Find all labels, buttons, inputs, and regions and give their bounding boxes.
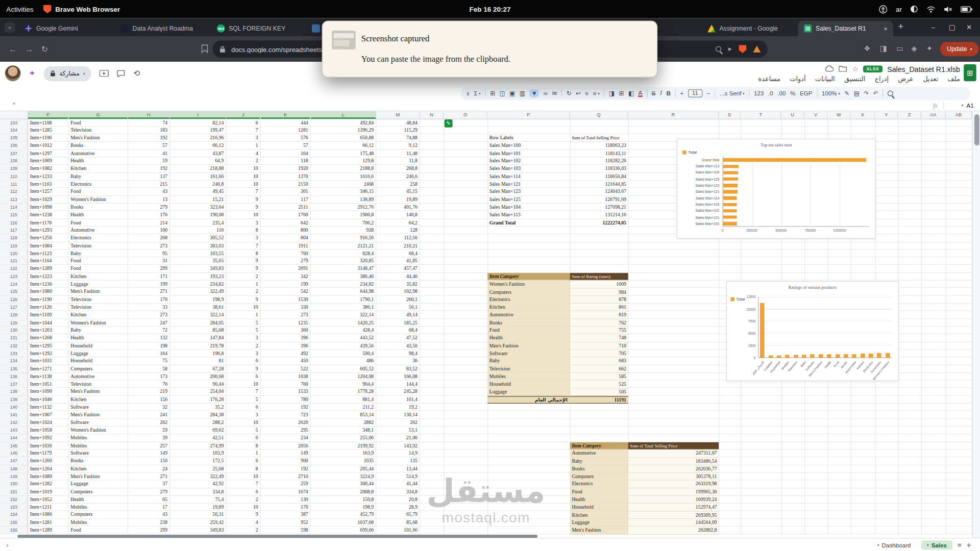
insert-chart-icon[interactable]: ▥ <box>520 90 525 96</box>
extensions-icon[interactable]: ❖ <box>864 44 870 53</box>
window-minimize-button[interactable]: – <box>931 22 935 32</box>
forward-button[interactable]: → <box>25 44 33 55</box>
spreadsheet-grid[interactable]: FGHIJKLMNOPQRSTUVWXYZAAAB 103Item+1108Fo… <box>0 111 972 535</box>
back-button[interactable]: ← <box>9 44 17 55</box>
zoom-box[interactable]: 100%▾ <box>822 90 840 96</box>
pivot-cell[interactable]: 525 <box>570 381 628 388</box>
italic-icon[interactable]: I <box>660 90 662 96</box>
search-tabs-icon[interactable] <box>716 46 722 52</box>
insert-link-icon[interactable]: ∞ <box>544 90 548 96</box>
pivot-cell[interactable]: Books <box>570 465 628 473</box>
pivot-cell[interactable]: Household <box>570 504 628 511</box>
new-tab-button[interactable]: + <box>898 20 904 31</box>
pivot-cell[interactable]: Luggage <box>487 388 570 396</box>
pivot-cell[interactable]: 1222274,05 <box>570 219 628 227</box>
merge-cells-icon[interactable]: ◨ <box>609 90 615 96</box>
browser-tab-sheets[interactable]: Sales_Dataset R1× <box>798 20 893 36</box>
browser-tab-roadmap[interactable]: Data Analyst Roadma <box>115 20 210 36</box>
pivot-cell[interactable]: Row Labels <box>487 134 570 142</box>
menu-item[interactable]: تعديل <box>923 75 938 83</box>
pivot-cell[interactable]: 160939,24 <box>628 496 719 504</box>
number-format-button[interactable]: 123 <box>754 90 764 96</box>
window-maximize-button[interactable]: ▢ <box>949 22 955 32</box>
pivot-cell[interactable]: 878 <box>570 296 628 304</box>
brave-shield-icon[interactable] <box>739 45 746 53</box>
pivot-cell[interactable]: 305378,11 <box>628 473 719 481</box>
share-button[interactable]: مشاركة ▾ <box>44 66 91 81</box>
url-text[interactable]: docs.google.com/spreadsheets/ <box>231 45 324 53</box>
pivot-cell[interactable]: Television <box>487 365 570 373</box>
insert-table-icon[interactable]: ⊞ <box>490 90 495 96</box>
pivot-cell[interactable]: 705 <box>570 350 628 358</box>
pivot-cell[interactable]: 762 <box>570 319 628 327</box>
pivot-cell[interactable]: Automotive <box>570 450 628 458</box>
pivot-cell[interactable]: 262036,77 <box>628 465 719 473</box>
pivot-cell[interactable]: Books <box>487 319 570 327</box>
font-size-decrease-icon[interactable]: − <box>707 90 710 96</box>
fill-color-icon[interactable]: ◧ <box>628 90 634 96</box>
keyboard-layout-indicator[interactable]: ar <box>896 5 902 13</box>
pivot-cell[interactable]: 127098,21 <box>570 204 628 211</box>
pivot-cell[interactable]: Food <box>570 488 628 496</box>
pivot-cell[interactable]: 505 <box>570 388 628 396</box>
pivot-cell[interactable]: Health <box>487 335 570 342</box>
all-sheets-menu-icon[interactable]: ≡ <box>958 541 962 548</box>
text-rotation-icon[interactable]: ↻ <box>567 90 572 96</box>
menu-item[interactable]: أدوات <box>790 75 805 83</box>
pivot-cell[interactable]: Sales Man+101 <box>487 150 570 158</box>
brave-rewards-icon[interactable] <box>753 45 761 52</box>
pivot-cell[interactable]: 118063,23 <box>570 142 628 149</box>
pivot-cell[interactable]: Food <box>487 327 570 335</box>
accessibility-icon[interactable] <box>879 5 888 13</box>
browser-tab-drive[interactable]: Assignment - Google <box>702 20 797 36</box>
pivot-cell[interactable]: 118143,11 <box>570 150 628 158</box>
expand-panel-icon[interactable]: › <box>6 541 8 548</box>
borders-icon[interactable]: ⊞ <box>619 90 624 96</box>
pivot-cell[interactable]: Grand Total <box>487 219 570 227</box>
pivot-cell[interactable]: Sales Man+104 <box>487 204 570 211</box>
window-close-button[interactable]: ✕ <box>966 22 972 32</box>
pivot-cell[interactable]: 152974,47 <box>628 504 719 511</box>
pivot-cell[interactable]: Sum of Total Selling Price <box>628 442 719 450</box>
pivot-cell[interactable]: 585 <box>570 373 628 381</box>
menu-item[interactable]: التنسيق <box>844 75 865 83</box>
horizontal-scrollbar[interactable] <box>17 535 537 538</box>
name-box[interactable]: ▾ A1 <box>962 102 974 109</box>
pivot-cell[interactable]: Item Category <box>487 273 570 281</box>
pivot-cell[interactable]: 819 <box>570 311 628 319</box>
pivot-cell[interactable]: Baby <box>487 358 570 365</box>
pivot-table-icon[interactable]: ◫ <box>500 90 505 96</box>
bookmarks-icon[interactable] <box>201 44 208 53</box>
pivot-cell[interactable]: Kitchen <box>570 511 628 519</box>
present-icon[interactable] <box>100 70 109 77</box>
horizontal-align-icon[interactable]: ≡▾ <box>593 90 600 96</box>
decimal-decrease-icon[interactable]: .0 <box>768 90 773 96</box>
document-title[interactable]: Sales_Dataset R1.xlsb <box>887 65 960 73</box>
redo-icon[interactable]: ↷ <box>864 90 869 96</box>
tab-search-icon[interactable]: ⌄ <box>5 22 15 33</box>
pivot-cell[interactable]: 710 <box>570 342 628 350</box>
update-button[interactable]: Update ▾ <box>940 42 979 56</box>
pivot-cell[interactable]: Sales Man+113 <box>487 211 570 219</box>
chart-ratings-of-products[interactable]: Ratings of various productsTotal02500500… <box>726 281 899 381</box>
undo-icon[interactable]: ↶ <box>873 90 878 96</box>
font-size-increase-icon[interactable]: + <box>680 90 683 96</box>
scrollbar-thumb[interactable] <box>974 114 979 145</box>
pivot-cell[interactable]: 1009 <box>570 281 628 288</box>
pivot-cell[interactable]: Sum of Total Selling Price <box>570 134 628 142</box>
pivot-cell[interactable]: 183486,54 <box>628 458 719 465</box>
pivot-cell[interactable]: 861 <box>570 304 628 311</box>
pivot-cell[interactable]: Sales Man+121 <box>487 181 570 188</box>
formula-bar[interactable]: ^ fx ▾ A1 <box>0 100 980 111</box>
pivot-cell[interactable]: 247311,07 <box>628 450 719 458</box>
text-color-icon[interactable]: A <box>638 90 642 97</box>
reload-button[interactable]: ↻ <box>41 44 48 55</box>
pivot-cell[interactable]: Sales Man+100 <box>487 142 570 149</box>
screenshot-notification[interactable]: Screenshot captured You can paste the im… <box>322 20 658 77</box>
pivot-cell[interactable]: Men's Fashion <box>487 342 570 350</box>
pivot-cell[interactable]: 118336,03 <box>570 165 628 173</box>
gemini-sparkle-icon[interactable]: ✦ <box>29 69 35 78</box>
insert-comment-icon[interactable]: ✉ <box>552 90 557 96</box>
chart-top-ten-salesmen[interactable]: Top ten sales menTotalGrand TotalSales M… <box>677 139 875 239</box>
pivot-cell[interactable]: Sales Man+103 <box>487 165 570 173</box>
